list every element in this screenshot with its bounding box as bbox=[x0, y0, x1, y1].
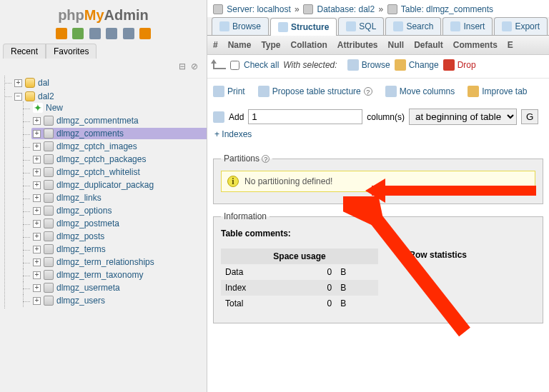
indexes-toggle[interactable]: + Indexes bbox=[214, 129, 252, 139]
sidebar-toolbar bbox=[0, 26, 207, 44]
new-table-link[interactable]: New bbox=[46, 103, 63, 113]
svg-line-0 bbox=[368, 209, 465, 332]
expand-icon[interactable]: + bbox=[33, 284, 41, 292]
usage-label: Total bbox=[221, 296, 307, 311]
expand-icon[interactable]: + bbox=[33, 233, 41, 241]
with-selected-label: With selected: bbox=[283, 60, 337, 70]
exit-icon[interactable] bbox=[72, 28, 84, 39]
print-link[interactable]: Print bbox=[213, 86, 245, 97]
help-icon[interactable]: ? bbox=[262, 155, 269, 163]
table-icon bbox=[44, 296, 54, 306]
add-count-input[interactable] bbox=[248, 109, 362, 124]
table-icon bbox=[44, 180, 54, 190]
usage-label: Index bbox=[221, 280, 307, 296]
table-item[interactable]: dlmgz_cptch_whitelist bbox=[56, 167, 140, 177]
table-item[interactable]: dlmgz_users bbox=[56, 296, 105, 306]
expand-icon[interactable]: + bbox=[33, 143, 41, 151]
expand-icon[interactable]: + bbox=[33, 271, 41, 279]
database-link[interactable]: dal2 bbox=[359, 4, 375, 14]
expand-icon[interactable]: + bbox=[33, 130, 41, 138]
table-icon bbox=[44, 283, 54, 293]
tab-export[interactable]: Export bbox=[494, 17, 548, 35]
check-all-link[interactable]: Check all bbox=[244, 60, 279, 70]
tab-favorites[interactable]: Favorites bbox=[46, 44, 97, 59]
improve-icon bbox=[468, 86, 479, 97]
sql-icon[interactable] bbox=[89, 28, 101, 39]
browse-icon bbox=[347, 59, 359, 71]
partitions-legend: Partitions bbox=[224, 154, 259, 164]
position-select[interactable]: at beginning of table bbox=[409, 109, 517, 125]
usage-value: 0 bbox=[307, 264, 336, 280]
structure-icon bbox=[278, 22, 288, 32]
check-all[interactable] bbox=[230, 61, 239, 70]
settings-icon[interactable] bbox=[123, 28, 134, 39]
improve-link[interactable]: Improve tab bbox=[468, 86, 527, 97]
help-icon[interactable]: ? bbox=[364, 87, 372, 96]
go-button[interactable]: G bbox=[521, 109, 538, 124]
sql-tab-icon bbox=[346, 21, 356, 31]
reload-icon[interactable] bbox=[139, 28, 151, 39]
table-item[interactable]: dlmgz_posts bbox=[56, 231, 104, 241]
table-icon bbox=[44, 231, 54, 241]
table-icon bbox=[44, 193, 54, 203]
table-item[interactable]: dlmgz_cptch_packages bbox=[56, 154, 146, 164]
collapse-icon[interactable]: ⊟ bbox=[179, 61, 186, 71]
table-icon bbox=[44, 167, 54, 177]
database-icon bbox=[303, 4, 313, 14]
expand-icon[interactable]: + bbox=[33, 207, 41, 215]
tab-browse[interactable]: Browse bbox=[212, 17, 269, 35]
table-icon bbox=[44, 257, 54, 267]
usage-value: 0 bbox=[307, 280, 336, 296]
table-link[interactable]: dlmgz_comments bbox=[426, 4, 493, 14]
expand-icon[interactable]: + bbox=[33, 181, 41, 189]
table-item[interactable]: dlmgz_postmeta bbox=[56, 218, 119, 228]
partition-notice-text: No partitioning defined! bbox=[244, 176, 332, 186]
browse-icon bbox=[219, 21, 229, 31]
table-item[interactable]: dlmgz_terms bbox=[56, 244, 106, 254]
table-item[interactable]: dlmgz_commentmeta bbox=[56, 116, 139, 126]
expand-icon[interactable]: + bbox=[33, 169, 41, 176]
tab-structure[interactable]: Structure bbox=[270, 18, 337, 36]
home-icon[interactable] bbox=[56, 28, 67, 39]
table-item[interactable]: dlmgz_links bbox=[56, 193, 102, 203]
server-icon bbox=[213, 4, 223, 14]
tab-recent[interactable]: Recent bbox=[3, 44, 46, 59]
drop-action[interactable]: Drop bbox=[458, 60, 476, 70]
table-item[interactable]: dlmgz_term_relationships bbox=[56, 257, 154, 267]
expand-icon[interactable]: + bbox=[33, 297, 41, 305]
search-icon bbox=[393, 21, 403, 31]
move-columns-link[interactable]: Move columns bbox=[385, 86, 455, 97]
table-item[interactable]: dlmgz_cptch_images bbox=[56, 141, 137, 151]
table-item[interactable]: dlmgz_options bbox=[56, 206, 112, 216]
browse-action[interactable]: Browse bbox=[362, 60, 390, 70]
expand-icon[interactable]: + bbox=[33, 258, 41, 266]
expand-icon[interactable]: + bbox=[33, 156, 41, 164]
collapse-icon[interactable]: − bbox=[14, 93, 22, 101]
tab-sql[interactable]: SQL bbox=[338, 17, 384, 35]
tab-search[interactable]: Search bbox=[385, 17, 441, 35]
propose-link[interactable]: Propose table structure ? bbox=[258, 86, 372, 97]
db-item[interactable]: dal bbox=[38, 78, 49, 88]
table-item[interactable]: dlmgz_usermeta bbox=[56, 283, 120, 293]
table-item[interactable]: dlmgz_term_taxonomy bbox=[56, 270, 143, 280]
change-action[interactable]: Change bbox=[409, 60, 439, 70]
tab-insert[interactable]: Insert bbox=[442, 17, 493, 35]
expand-icon[interactable]: + bbox=[33, 117, 41, 125]
link-icon[interactable]: ⊘ bbox=[191, 61, 198, 71]
print-icon bbox=[213, 86, 224, 97]
db-item[interactable]: dal2 bbox=[38, 91, 54, 101]
expand-icon[interactable]: + bbox=[33, 194, 41, 202]
table-icon bbox=[44, 206, 54, 216]
docs-icon[interactable] bbox=[106, 28, 117, 39]
expand-icon[interactable]: + bbox=[33, 246, 41, 253]
expand-icon[interactable]: + bbox=[33, 220, 41, 228]
propose-icon bbox=[258, 86, 269, 97]
server-link[interactable]: localhost bbox=[257, 4, 290, 14]
annotation-arrow-horizontal bbox=[372, 186, 536, 196]
table-item[interactable]: dlmgz_comments bbox=[56, 129, 124, 139]
expand-icon[interactable]: + bbox=[14, 79, 22, 87]
table-icon bbox=[44, 129, 54, 139]
table-icon bbox=[44, 244, 54, 254]
table-item[interactable]: dlmgz_duplicator_packag bbox=[56, 180, 154, 190]
select-up-icon bbox=[213, 61, 226, 69]
